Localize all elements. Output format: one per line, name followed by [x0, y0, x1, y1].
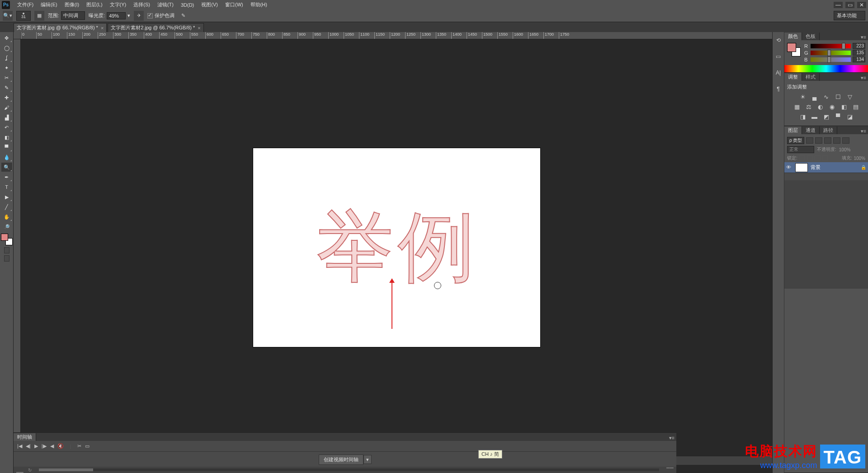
filter-pixel-icon[interactable]	[806, 137, 813, 144]
color-balance-icon[interactable]: ⚖	[805, 103, 813, 110]
type-tool[interactable]: T	[1, 183, 12, 192]
layer-row-background[interactable]: 👁 背景 🔒	[784, 162, 868, 173]
menu-filter[interactable]: 滤镜(T)	[154, 0, 177, 9]
create-video-timeline-button[interactable]: 创建视频时间轴	[319, 454, 363, 465]
tablet-pressure-icon[interactable]: ✎	[178, 11, 188, 21]
next-frame-icon[interactable]: |▶	[42, 443, 47, 449]
opacity-value[interactable]: 100%	[839, 147, 851, 152]
standard-mode-icon[interactable]	[4, 247, 9, 253]
filter-adj-icon[interactable]	[815, 137, 822, 144]
spot-heal-tool[interactable]: ✚	[1, 93, 12, 102]
filter-type-icon[interactable]	[824, 137, 831, 144]
stamp-tool[interactable]: ▟	[1, 113, 12, 122]
g-slider[interactable]	[811, 51, 851, 55]
lut-icon[interactable]: ▤	[852, 103, 860, 110]
menu-window[interactable]: 窗口(W)	[222, 0, 247, 9]
swatches-tab[interactable]: 色板	[802, 33, 820, 40]
magic-wand-tool[interactable]: ✦	[1, 63, 12, 72]
properties-panel-icon[interactable]: ▭	[774, 53, 783, 60]
document-tab-1[interactable]: 文字图片素材.jpg @ 66.7%(RGB/8) * ×	[14, 23, 107, 32]
horizontal-ruler[interactable]: 0501001502002503003504004505005506006507…	[21, 32, 772, 39]
maximize-button[interactable]: ▭	[845, 2, 854, 8]
lock-transparent-icon[interactable]	[799, 155, 805, 161]
menu-select[interactable]: 选择(S)	[130, 0, 154, 9]
b-value-input[interactable]: 134	[853, 56, 865, 62]
styles-tab[interactable]: 样式	[802, 73, 820, 81]
timeline-tab[interactable]: 时间轴	[14, 433, 36, 441]
screen-mode-button[interactable]	[4, 255, 9, 262]
range-select[interactable]: 中间调	[61, 11, 85, 20]
levels-icon[interactable]: ▄	[811, 93, 819, 100]
quick-mask-buttons[interactable]	[4, 247, 9, 253]
menu-type[interactable]: 文字(Y)	[106, 0, 130, 9]
adjustments-panel-menu-icon[interactable]: ▾≡	[859, 75, 868, 81]
brush-panel-toggle-icon[interactable]: ▦	[34, 11, 44, 21]
canvas-viewport[interactable]: 举 举 例 例	[21, 39, 772, 456]
marquee-tool[interactable]: ◯	[1, 43, 12, 52]
current-tool-icon[interactable]: 🔍▾	[3, 11, 13, 21]
first-frame-icon[interactable]: |◀	[17, 443, 22, 449]
character-panel-icon[interactable]: A|	[774, 69, 783, 76]
menu-file[interactable]: 文件(F)	[14, 0, 37, 9]
document-tab-2[interactable]: 文字图片素材2.jpg @ 66.7%(RGB/8) * ×	[108, 23, 203, 32]
timeline-zoom-out-icon[interactable]: ▁▁	[16, 468, 24, 473]
r-slider[interactable]	[811, 44, 851, 48]
history-panel-icon[interactable]: ⟲	[774, 37, 783, 44]
gradient-tool[interactable]: ▀	[1, 143, 12, 152]
crop-tool[interactable]: ✂	[1, 73, 12, 82]
zoom-tool[interactable]: 🔎	[1, 222, 12, 231]
filter-shape-icon[interactable]	[833, 137, 840, 144]
layer-name-label[interactable]: 背景	[811, 164, 821, 171]
paragraph-panel-icon[interactable]: ¶	[774, 85, 783, 93]
exposure-icon[interactable]: ☐	[834, 93, 842, 100]
layer-thumbnail[interactable]	[795, 163, 808, 172]
color-panel-swatches[interactable]	[787, 43, 801, 56]
menu-help[interactable]: 帮助(H)	[247, 0, 271, 9]
curves-icon[interactable]: ∿	[822, 93, 830, 100]
fg-swatch-icon[interactable]	[787, 43, 796, 52]
line-tool[interactable]: ╱	[1, 202, 12, 211]
lock-all-icon[interactable]	[822, 155, 828, 161]
brightness-icon[interactable]: ☀	[799, 93, 807, 100]
layers-panel-menu-icon[interactable]: ▾≡	[859, 128, 868, 134]
menu-layer[interactable]: 图层(L)	[83, 0, 106, 9]
timeline-zoom-in-icon[interactable]: ▔▔	[666, 468, 674, 473]
airbrush-toggle-icon[interactable]: ✈	[134, 11, 144, 21]
vertical-ruler[interactable]	[14, 39, 21, 456]
dodge-tool[interactable]: 🔍	[1, 163, 12, 172]
path-selection-tool[interactable]: ▶	[1, 192, 12, 201]
last-frame-icon[interactable]: ◀	[50, 443, 54, 449]
channels-tab[interactable]: 通道	[802, 126, 820, 134]
exposure-input[interactable]: 49%	[107, 12, 126, 19]
move-tool[interactable]: ✥	[1, 33, 12, 42]
color-spectrum[interactable]	[784, 65, 868, 72]
audio-mute-icon[interactable]: 🔇	[57, 443, 64, 449]
vibrance-icon[interactable]: ▽	[846, 93, 854, 100]
foreground-color-swatch[interactable]	[1, 234, 8, 241]
channel-mixer-icon[interactable]: ◧	[840, 103, 848, 110]
eyedropper-tool[interactable]: ✎	[1, 83, 12, 92]
transition-icon[interactable]: ▭	[85, 443, 90, 449]
exposure-dropdown-icon[interactable]: ▾	[127, 13, 130, 19]
visibility-eye-icon[interactable]: 👁	[786, 164, 793, 171]
posterize-icon[interactable]: ▬	[811, 113, 819, 120]
ruler-origin[interactable]	[14, 32, 21, 39]
tab-close-icon[interactable]: ×	[101, 25, 104, 31]
split-icon[interactable]: ✂	[77, 443, 81, 449]
layer-locked-icon[interactable]: 🔒	[861, 165, 866, 170]
selective-color-icon[interactable]: ◪	[846, 113, 854, 120]
g-value-input[interactable]: 135	[853, 50, 865, 56]
blur-tool[interactable]: 💧	[1, 153, 12, 162]
color-panel-menu-icon[interactable]: ▾≡	[859, 34, 868, 40]
layers-empty-area[interactable]	[784, 180, 868, 289]
tab-close-icon[interactable]: ×	[198, 25, 200, 31]
prev-frame-icon[interactable]: ◀|	[26, 443, 31, 449]
adjustments-tab[interactable]: 调整	[784, 73, 802, 81]
invert-icon[interactable]: ◨	[799, 113, 807, 120]
filter-smart-icon[interactable]	[842, 137, 849, 144]
timeline-scroll-thumb[interactable]	[39, 468, 93, 471]
timeline-convert-icon[interactable]: ↻	[28, 468, 32, 473]
timeline-panel-menu-icon[interactable]: ▾≡	[667, 435, 676, 441]
menu-3d[interactable]: 3D(D)	[177, 1, 198, 9]
r-value-input[interactable]: 223	[853, 43, 865, 49]
